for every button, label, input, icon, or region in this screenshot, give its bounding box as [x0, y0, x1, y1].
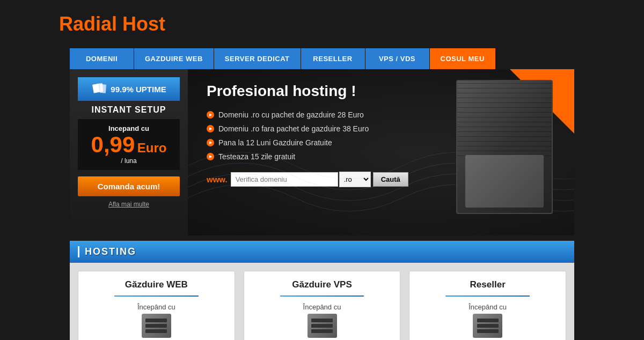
hero-right-panel: Profesional hosting ! Domeniu .ro cu pac… [188, 69, 574, 235]
order-button[interactable]: Comanda acum! [78, 176, 180, 196]
price-box: Incepand cu 0,99 Euro / luna [78, 119, 180, 170]
card-reseller-incepand: Începând cu [418, 303, 558, 311]
card-web-incepand: Începând cu [86, 303, 226, 311]
card-vps-divider [280, 295, 364, 297]
hosting-card-reseller: Reseller Începând cu [409, 271, 566, 340]
nav-domenii[interactable]: DOMENII [70, 48, 134, 69]
domain-extension-select[interactable]: .ro .com .net .org [339, 172, 371, 187]
server-icon-reseller [473, 314, 502, 338]
hosting-card-vps: Găzduire VPS Începând cu [244, 271, 401, 340]
uptime-badge: 99.9% UPTIME [78, 77, 180, 101]
nav-cosul-meu[interactable]: COSUL MEU [430, 48, 496, 69]
search-button[interactable]: Caută [373, 172, 408, 187]
price-period: / luna [84, 157, 173, 165]
hero-banner: 99.9% UPTIME INSTANT SETUP Incepand cu 0… [70, 69, 574, 235]
bullet-icon-3 [207, 139, 214, 146]
hosting-section-title: HOSTING [78, 246, 566, 257]
header: Radial Host [0, 0, 644, 48]
hosting-section: HOSTING Găzduire WEB Începând cu Găzduir… [70, 241, 574, 340]
card-vps-title: Găzduire VPS [252, 279, 392, 290]
afla-mai-multe-link[interactable]: Afla mai multe [108, 201, 149, 208]
server-icon-web [142, 314, 171, 338]
price-currency: Euro [137, 141, 167, 155]
uptime-text: 99.9% UPTIME [111, 85, 166, 94]
logo: Radial Host [59, 13, 165, 35]
price-value: 0,99 [91, 132, 135, 157]
nav-vps-vds[interactable]: VPS / VDS [365, 48, 430, 69]
navigation: DOMENII GAZDUIRE WEB SERVER DEDICAT RESE… [0, 48, 644, 69]
server-graphic [456, 80, 553, 214]
price-display: 0,99 Euro [84, 134, 173, 156]
bullet-icon-1 [207, 111, 214, 119]
hosting-cards-container: Găzduire WEB Începând cu Găzduire VPS În… [70, 263, 574, 340]
card-reseller-title: Reseller [418, 279, 558, 290]
hosting-header: HOSTING [70, 241, 574, 263]
server-icon-vps [308, 314, 337, 338]
bullet-icon-2 [207, 125, 214, 132]
domain-input[interactable] [231, 172, 338, 187]
svg-rect-2 [100, 84, 106, 93]
nav-server-dedicat[interactable]: SERVER DEDICAT [214, 48, 301, 69]
bullet-icon-4 [207, 153, 214, 160]
hosting-card-web: Găzduire WEB Începând cu [78, 271, 235, 340]
card-vps-incepand: Începând cu [252, 303, 392, 311]
nav-reseller[interactable]: RESELLER [301, 48, 365, 69]
card-web-title: Găzduire WEB [86, 279, 226, 290]
incepand-label: Incepand cu [84, 124, 173, 132]
hero-left-panel: 99.9% UPTIME INSTANT SETUP Incepand cu 0… [70, 69, 188, 235]
uptime-icon [91, 82, 106, 97]
nav-gazduire-web[interactable]: GAZDUIRE WEB [134, 48, 214, 69]
server-image [456, 80, 564, 219]
www-label: www. [207, 175, 228, 184]
card-reseller-divider [445, 295, 529, 297]
instant-setup-label: INSTANT SETUP [92, 105, 166, 115]
card-web-divider [114, 295, 198, 297]
